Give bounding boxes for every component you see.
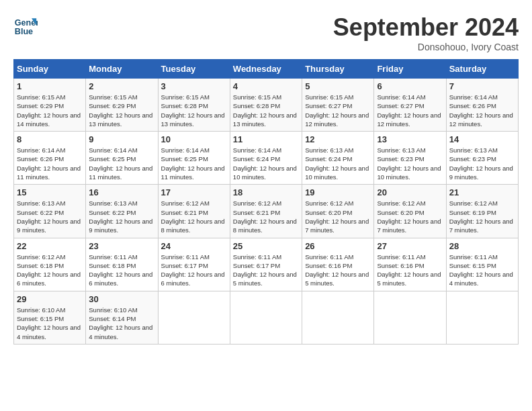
day-number: 14 <box>449 134 515 144</box>
logo-icon: General Blue <box>13 13 38 38</box>
day-info: Sunrise: 6:15 AM Sunset: 6:27 PM Dayligh… <box>305 93 371 128</box>
cell-week4-day4: 25 Sunrise: 6:11 AM Sunset: 6:17 PM Dayl… <box>230 238 302 291</box>
day-number: 28 <box>449 241 515 251</box>
day-number: 26 <box>305 241 371 251</box>
week-row-4: 22 Sunrise: 6:12 AM Sunset: 6:18 PM Dayl… <box>14 238 519 291</box>
week-row-3: 15 Sunrise: 6:13 AM Sunset: 6:22 PM Dayl… <box>14 185 519 238</box>
day-info: Sunrise: 6:10 AM Sunset: 6:14 PM Dayligh… <box>89 306 154 341</box>
cell-week4-day6: 27 Sunrise: 6:11 AM Sunset: 6:16 PM Dayl… <box>374 238 446 291</box>
day-number: 7 <box>449 81 515 91</box>
cell-week2-day2: 9 Sunrise: 6:14 AM Sunset: 6:25 PM Dayli… <box>86 132 158 185</box>
day-number: 19 <box>305 187 371 197</box>
day-number: 8 <box>17 134 83 144</box>
day-info: Sunrise: 6:11 AM Sunset: 6:17 PM Dayligh… <box>233 253 299 288</box>
cell-week3-day5: 19 Sunrise: 6:12 AM Sunset: 6:20 PM Dayl… <box>302 185 374 238</box>
day-number: 6 <box>377 81 443 91</box>
cell-week5-day1: 29 Sunrise: 6:10 AM Sunset: 6:15 PM Dayl… <box>14 291 86 344</box>
cell-week1-day1: 1 Sunrise: 6:15 AM Sunset: 6:29 PM Dayli… <box>14 79 86 132</box>
cell-week5-day3 <box>158 291 230 344</box>
day-info: Sunrise: 6:14 AM Sunset: 6:26 PM Dayligh… <box>449 93 515 128</box>
day-number: 27 <box>377 241 443 251</box>
day-info: Sunrise: 6:12 AM Sunset: 6:19 PM Dayligh… <box>449 199 515 234</box>
day-number: 20 <box>377 187 443 197</box>
month-title: September 2024 <box>333 13 519 42</box>
day-number: 25 <box>233 241 299 251</box>
cell-week4-day3: 24 Sunrise: 6:11 AM Sunset: 6:17 PM Dayl… <box>158 238 230 291</box>
col-wednesday: Wednesday <box>230 60 302 79</box>
day-info: Sunrise: 6:13 AM Sunset: 6:24 PM Dayligh… <box>305 146 371 181</box>
cell-week1-day3: 3 Sunrise: 6:15 AM Sunset: 6:28 PM Dayli… <box>158 79 230 132</box>
day-info: Sunrise: 6:15 AM Sunset: 6:29 PM Dayligh… <box>89 93 154 128</box>
day-info: Sunrise: 6:13 AM Sunset: 6:22 PM Dayligh… <box>17 199 83 234</box>
day-info: Sunrise: 6:12 AM Sunset: 6:20 PM Dayligh… <box>305 199 371 234</box>
cell-week5-day5 <box>302 291 374 344</box>
cell-week1-day7: 7 Sunrise: 6:14 AM Sunset: 6:26 PM Dayli… <box>446 79 518 132</box>
day-number: 22 <box>17 241 83 251</box>
cell-week3-day1: 15 Sunrise: 6:13 AM Sunset: 6:22 PM Dayl… <box>14 185 86 238</box>
cell-week1-day4: 4 Sunrise: 6:15 AM Sunset: 6:28 PM Dayli… <box>230 79 302 132</box>
day-number: 16 <box>89 187 154 197</box>
cell-week5-day4 <box>230 291 302 344</box>
cell-week1-day5: 5 Sunrise: 6:15 AM Sunset: 6:27 PM Dayli… <box>302 79 374 132</box>
day-info: Sunrise: 6:11 AM Sunset: 6:17 PM Dayligh… <box>161 253 227 288</box>
day-number: 23 <box>89 241 154 251</box>
cell-week2-day7: 14 Sunrise: 6:13 AM Sunset: 6:23 PM Dayl… <box>446 132 518 185</box>
cell-week2-day6: 13 Sunrise: 6:13 AM Sunset: 6:23 PM Dayl… <box>374 132 446 185</box>
day-info: Sunrise: 6:12 AM Sunset: 6:20 PM Dayligh… <box>377 199 443 234</box>
cell-week1-day6: 6 Sunrise: 6:14 AM Sunset: 6:27 PM Dayli… <box>374 79 446 132</box>
day-number: 10 <box>161 134 227 144</box>
cell-week4-day2: 23 Sunrise: 6:11 AM Sunset: 6:18 PM Dayl… <box>86 238 158 291</box>
day-number: 18 <box>233 187 299 197</box>
logo: General Blue <box>13 13 38 38</box>
day-info: Sunrise: 6:12 AM Sunset: 6:21 PM Dayligh… <box>233 199 299 234</box>
col-friday: Friday <box>374 60 446 79</box>
day-info: Sunrise: 6:10 AM Sunset: 6:15 PM Dayligh… <box>17 306 83 341</box>
day-number: 24 <box>161 241 227 251</box>
day-info: Sunrise: 6:14 AM Sunset: 6:24 PM Dayligh… <box>233 146 299 181</box>
day-number: 13 <box>377 134 443 144</box>
title-area: September 2024 Donsohouo, Ivory Coast <box>333 13 519 52</box>
day-info: Sunrise: 6:14 AM Sunset: 6:27 PM Dayligh… <box>377 93 443 128</box>
cell-week3-day2: 16 Sunrise: 6:13 AM Sunset: 6:22 PM Dayl… <box>86 185 158 238</box>
cell-week1-day2: 2 Sunrise: 6:15 AM Sunset: 6:29 PM Dayli… <box>86 79 158 132</box>
day-number: 11 <box>233 134 299 144</box>
cell-week4-day1: 22 Sunrise: 6:12 AM Sunset: 6:18 PM Dayl… <box>14 238 86 291</box>
cell-week3-day6: 20 Sunrise: 6:12 AM Sunset: 6:20 PM Dayl… <box>374 185 446 238</box>
cell-week5-day7 <box>446 291 518 344</box>
col-thursday: Thursday <box>302 60 374 79</box>
day-info: Sunrise: 6:11 AM Sunset: 6:15 PM Dayligh… <box>449 253 515 288</box>
cell-week2-day1: 8 Sunrise: 6:14 AM Sunset: 6:26 PM Dayli… <box>14 132 86 185</box>
header: General Blue September 2024 Donsohouo, I… <box>13 13 519 52</box>
day-number: 12 <box>305 134 371 144</box>
day-info: Sunrise: 6:13 AM Sunset: 6:22 PM Dayligh… <box>89 199 154 234</box>
days-header-row: Sunday Monday Tuesday Wednesday Thursday… <box>14 60 519 79</box>
col-tuesday: Tuesday <box>158 60 230 79</box>
day-info: Sunrise: 6:13 AM Sunset: 6:23 PM Dayligh… <box>377 146 443 181</box>
day-number: 30 <box>89 294 154 304</box>
day-info: Sunrise: 6:15 AM Sunset: 6:29 PM Dayligh… <box>17 93 83 128</box>
cell-week4-day7: 28 Sunrise: 6:11 AM Sunset: 6:15 PM Dayl… <box>446 238 518 291</box>
col-monday: Monday <box>86 60 158 79</box>
day-number: 3 <box>161 81 227 91</box>
day-number: 15 <box>17 187 83 197</box>
day-number: 17 <box>161 187 227 197</box>
day-info: Sunrise: 6:12 AM Sunset: 6:18 PM Dayligh… <box>17 253 83 288</box>
week-row-2: 8 Sunrise: 6:14 AM Sunset: 6:26 PM Dayli… <box>14 132 519 185</box>
location-subtitle: Donsohouo, Ivory Coast <box>333 42 519 52</box>
day-info: Sunrise: 6:14 AM Sunset: 6:25 PM Dayligh… <box>89 146 154 181</box>
day-number: 1 <box>17 81 83 91</box>
col-saturday: Saturday <box>446 60 518 79</box>
day-number: 2 <box>89 81 154 91</box>
cell-week4-day5: 26 Sunrise: 6:11 AM Sunset: 6:16 PM Dayl… <box>302 238 374 291</box>
cell-week2-day3: 10 Sunrise: 6:14 AM Sunset: 6:25 PM Dayl… <box>158 132 230 185</box>
day-number: 5 <box>305 81 371 91</box>
day-info: Sunrise: 6:12 AM Sunset: 6:21 PM Dayligh… <box>161 199 227 234</box>
day-info: Sunrise: 6:15 AM Sunset: 6:28 PM Dayligh… <box>161 93 227 128</box>
day-number: 4 <box>233 81 299 91</box>
cell-week3-day7: 21 Sunrise: 6:12 AM Sunset: 6:19 PM Dayl… <box>446 185 518 238</box>
cell-week5-day6 <box>374 291 446 344</box>
col-sunday: Sunday <box>14 60 86 79</box>
day-info: Sunrise: 6:11 AM Sunset: 6:16 PM Dayligh… <box>305 253 371 288</box>
svg-text:Blue: Blue <box>15 27 33 36</box>
day-info: Sunrise: 6:11 AM Sunset: 6:18 PM Dayligh… <box>89 253 154 288</box>
